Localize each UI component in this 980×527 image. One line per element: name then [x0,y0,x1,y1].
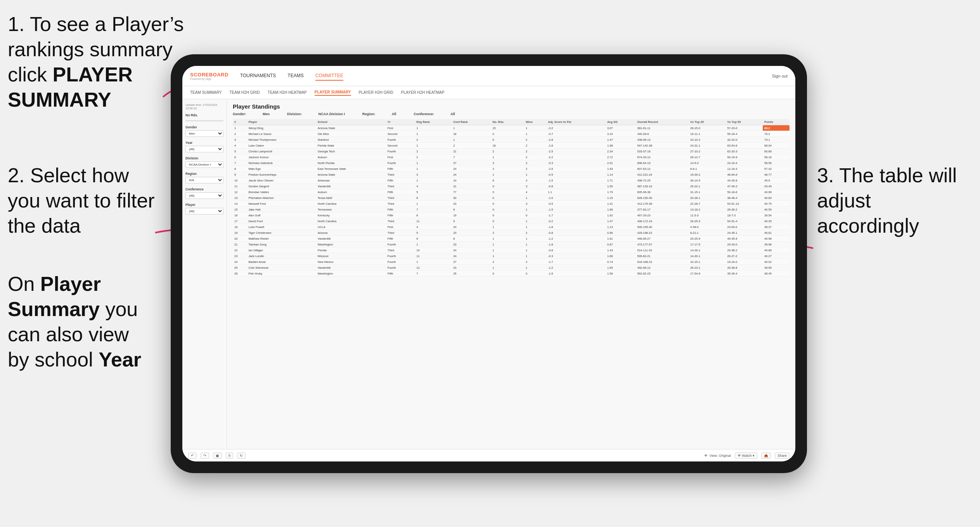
table-row[interactable]: 9 Preston Summerhays Arizona State Third… [233,172,790,178]
table-row[interactable]: 7 Nicholas Gabrelcik North Florida Fourt… [233,160,790,166]
table-row[interactable]: 17 David Ford North Carolina Third 11 9 … [233,218,790,224]
table-row[interactable]: 16 Alex Goff Kentucky Fifth 8 19 0 0 -1.… [233,213,790,218]
cell-player: Jacob Skov Olesen [247,178,316,183]
cell-adj: -1.6 [547,271,606,276]
cell-yr: First [386,154,415,160]
nav-link-committee[interactable]: COMMITTEE [315,71,343,81]
cell-yr: Fifth [386,178,415,183]
division-select[interactable]: NCAA Division I NCAA Division II NCAA Di… [185,161,223,168]
cell-top25: 17-54-8 [689,271,725,276]
cell-player: Luke Claton [247,143,316,149]
cell-avg-sg: 1.66 [606,207,636,213]
table-row[interactable]: 4 Luke Claton Florida State Second 1 2 1… [233,143,790,149]
table-row[interactable]: 3 Michael Thorbjornsen Stanford Fourth 2… [233,137,790,143]
cell-wins: 1 [524,195,547,201]
subnav-team-h2h-grid[interactable]: TEAM H2H GRID [230,90,260,95]
sign-out-link[interactable]: Sign out [772,74,788,78]
cell-reg-rank: 2 [415,154,452,160]
cell-wins: 0 [524,271,547,276]
cell-record: 828-150-30 [635,195,689,201]
subnav-team-summary[interactable]: TEAM SUMMARY [190,90,222,95]
copy-btn[interactable]: ▣ [213,453,222,459]
cell-top50: 19-16-0 [726,259,763,265]
subnav-player-h2h-heatmap[interactable]: PLAYER H2H HEATMAP [401,90,445,95]
table-row[interactable]: 14 Maxwell Ford North Carolina Third 1 2… [233,201,790,207]
export-btn[interactable]: 📤 [761,453,771,459]
subnav-player-h2h-grid[interactable]: PLAYER H2H GRID [359,90,393,95]
cell-points: 76.2 [763,131,790,137]
cell-top25: 14-20-1 [689,253,725,259]
cell-num: 12 [233,189,247,195]
cell-yr: Third [386,230,415,236]
table-row[interactable]: 11 Gordon Sargent Vanderbilt Third 4 21 … [233,183,790,189]
share-btn[interactable]: Share [775,453,790,459]
view-selector[interactable]: 👁 View: Original [704,454,731,458]
subnav-player-summary[interactable]: PLAYER SUMMARY [315,89,351,96]
cell-top25: 14-5-3 [689,160,725,166]
cell-adj: -0.2 [547,218,606,224]
cell-yr: Fourth [386,253,415,259]
conference-select[interactable]: (All) [185,192,223,199]
table-row[interactable]: 19 Tiger Christensen Arizona Third 5 23 … [233,230,790,236]
cell-adj: 1.1 [547,189,606,195]
table-row[interactable]: 12 Brendan Valdes Auburn Fifth 5 77 0 4 … [233,189,790,195]
nav-link-teams[interactable]: TEAMS [287,71,303,81]
table-row[interactable]: 6 Jackson Koivun Auburn First 2 7 1 2 -2… [233,154,790,160]
cell-top50: 63-54-6 [726,143,763,149]
cell-points: 68.04 [763,143,790,149]
nav-link-tournaments[interactable]: TOURNAMENTS [240,71,276,81]
table-row[interactable]: 2 Michael Le Sasso Ole Miss Second 1 18 … [233,131,790,137]
cell-reg-rank: 2 [415,149,452,154]
table-row[interactable]: 25 Cole Sherwood Vanderbilt Fourth 12 23… [233,265,790,271]
table-row[interactable]: 26 Petr Hruby Washington Fifth 7 25 0 0 … [233,271,790,276]
table-row[interactable]: 22 Ian Gilligan Florida Third 10 24 1 1 … [233,247,790,253]
cell-avg-sg: 1.68 [606,253,636,259]
table-row[interactable]: 15 Jake Hall Tennessee Fifth 7 8 0 1 -1.… [233,207,790,213]
cell-player: David Ford [247,218,316,224]
cell-school: Vanderbilt [316,183,386,189]
cell-rds: 1 [491,265,524,271]
year-select[interactable]: (All) First Second Third Fourth Fifth [185,146,223,152]
rids-slider[interactable] [185,120,223,121]
player-select[interactable]: (All) [185,208,223,214]
cell-player: Ian Gilligan [247,247,316,253]
table-row[interactable]: 20 Matthew Riedel Vanderbilt Fifth 6 8 1… [233,236,790,242]
col-conf-rank: Conf Rank [452,119,491,125]
table-row[interactable]: 13 Phichaksn Maichon Texas A&M Third 6 3… [233,195,790,201]
table-row[interactable]: 5 Christo Lamprecht Georgia Tech Fourth … [233,149,790,154]
cell-top25: 20-28-1 [689,195,725,201]
cell-top25: 11-5-3 [689,213,725,218]
cell-rds: 2 [491,166,524,172]
redo-btn[interactable]: ↷ [201,453,209,459]
table-row[interactable]: 21 Tianhao Song Washington Fourth 1 23 1… [233,242,790,247]
table-row[interactable]: 8 Mats Ege East Tennessee State Fifth 1 … [233,166,790,172]
cell-avg-sg: 1.65 [606,265,636,271]
cell-reg-rank: 11 [415,218,452,224]
cell-adj: -2.2 [547,154,606,160]
cell-conf-rank: 27 [452,259,491,265]
cell-conf-rank: 10 [452,178,491,183]
cell-wins: 2 [524,259,547,265]
gender-select[interactable]: Men Women [185,130,223,137]
table-row[interactable]: 18 Luke Powell UCLA First 4 24 1 1 -1.8 … [233,224,790,230]
table-row[interactable]: 24 Bastien Amat New Mexico Fourth 1 27 2… [233,259,790,265]
watch-btn[interactable]: 👁 Watch ▾ [735,453,757,459]
paste-btn[interactable]: ⎘ [226,453,233,459]
refresh-btn[interactable]: ↻ [237,453,246,459]
region-select[interactable]: N/A All [185,177,223,183]
filter-gender-label: Gender: [233,112,246,116]
table-row[interactable]: 1 Wenyi Ding Arizona State First 1 1 15 … [233,125,790,131]
annotation-step3-right: 3. The table will adjust accordingly [817,163,964,238]
cell-top50: 54-51-4 [726,218,763,224]
cell-conf-rank: 24 [452,247,491,253]
cell-conf-rank: 18 [452,131,491,137]
cell-yr: Fifth [386,207,415,213]
cell-num: 1 [233,125,247,131]
cell-wins: 1 [524,242,547,247]
cell-wins: 2 [524,154,547,160]
subnav-team-h2h-heatmap[interactable]: TEAM H2H HEATMAP [268,90,307,95]
table-row[interactable]: 10 Jacob Skov Olesen Arkansas Fifth 1 10… [233,178,790,183]
undo-btn[interactable]: ↶ [188,453,197,459]
table-row[interactable]: 23 Jack Lundin Missouri Fourth 11 24 1 1… [233,253,790,259]
cell-num: 24 [233,259,247,265]
